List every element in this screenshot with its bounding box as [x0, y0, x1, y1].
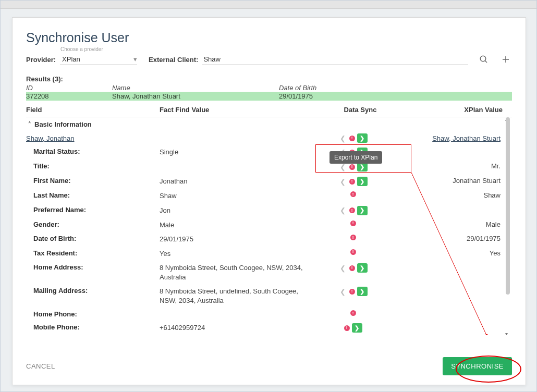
field-row: Marital Status:Single❮!❯: [26, 145, 512, 160]
xplan-value: Yes: [392, 249, 512, 257]
fact-find-value: 8 Nymboida Street, South Coogee, NSW, 20…: [160, 263, 314, 281]
conflict-icon: !: [350, 310, 356, 316]
data-sync-controls: ❮!❯: [314, 263, 392, 273]
field-label: Last Name:: [33, 191, 160, 199]
col-fact-find-value: Fact Find Value: [160, 106, 321, 114]
external-client-input[interactable]: [202, 54, 468, 65]
data-sync-controls: ❮!❯: [314, 177, 392, 186]
field-row: Mailing Address:8 Nymboida Street, undef…: [26, 284, 512, 308]
data-sync-controls: !❯: [314, 323, 392, 333]
fact-find-value: 29/01/1975: [160, 235, 314, 244]
entity-row: Shaw, Jonathan ❮ ! ❯ Shaw, Jonathan Stua…: [26, 131, 512, 145]
data-sync-controls: !: [314, 235, 392, 240]
conflict-icon: !: [349, 179, 355, 185]
col-xplan-value: XPlan Value: [399, 106, 512, 114]
conflict-icon: !: [349, 136, 355, 141]
import-left-icon[interactable]: ❮: [339, 287, 347, 296]
xplan-entity-link[interactable]: Shaw, Jonathan Stuart: [432, 134, 501, 142]
field-row: First Name:Jonathan❮!❯Jonathan Stuart: [26, 174, 512, 189]
col-name: Name: [112, 84, 279, 92]
field-row: Home Address:8 Nymboida Street, South Co…: [26, 261, 512, 284]
field-label: Tax Resident:: [33, 249, 160, 257]
fact-find-value: Single: [160, 148, 314, 157]
add-icon[interactable]: [499, 53, 512, 66]
search-icon[interactable]: [478, 53, 490, 66]
data-sync-controls: !: [314, 249, 392, 255]
data-sync-controls: !: [314, 310, 392, 316]
provider-value: XPlan: [62, 55, 80, 63]
import-left-icon[interactable]: ❮: [339, 264, 347, 272]
export-tooltip: Export to XPlan: [329, 151, 382, 164]
choose-provider-label: Choose a provider: [60, 46, 512, 52]
results-columns: ID Name Date of Birth: [26, 84, 512, 92]
svg-point-0: [480, 56, 486, 62]
export-right-button[interactable]: ❯: [357, 206, 368, 215]
data-sync-controls: !: [314, 191, 392, 197]
scrollbar-track[interactable]: ▴ ▾: [506, 117, 510, 335]
conflict-icon: !: [350, 249, 356, 255]
results-count: Results (3):: [26, 75, 512, 83]
xplan-value: Jonathan Stuart: [392, 177, 512, 185]
provider-select[interactable]: XPlan ▾: [60, 54, 137, 65]
import-left-icon[interactable]: ❮: [339, 134, 347, 142]
col-data-sync: Data Sync: [321, 106, 399, 114]
conflict-icon: !: [349, 164, 355, 170]
conflict-icon: !: [349, 207, 355, 213]
field-label: Mobile Phone:: [33, 323, 160, 331]
cancel-button[interactable]: CANCEL: [26, 362, 55, 370]
data-sync-controls: !: [314, 220, 392, 226]
fact-find-value: Male: [160, 220, 314, 230]
export-right-button[interactable]: ❯: [357, 263, 368, 273]
field-row: Preferred Name:Jon❮!❯: [26, 203, 512, 218]
xplan-value: 29/01/1975: [392, 235, 512, 242]
sync-scroll-area: ▴ ▾ ˄ Basic Information Shaw, Jonathan ❮…: [26, 117, 512, 335]
field-row: Last Name:Shaw!Shaw: [26, 189, 512, 203]
field-row: Mobile Phone:+61402959724!❯: [26, 321, 512, 335]
fact-find-value: Yes: [160, 249, 314, 259]
chevron-up-icon: ˄: [28, 121, 31, 128]
conflict-icon: !: [349, 265, 355, 271]
fact-find-value: 8 Nymboida Street, undefined, South Coog…: [160, 287, 314, 305]
fact-find-entity-link[interactable]: Shaw, Jonathan: [26, 134, 75, 142]
sync-columns-header: Field Fact Find Value Data Sync XPlan Va…: [26, 106, 512, 117]
result-id: 372208: [26, 92, 112, 100]
fact-find-value: Shaw: [160, 191, 314, 201]
col-field: Field: [26, 106, 160, 114]
import-left-icon[interactable]: ❮: [339, 206, 347, 215]
section-basic-information[interactable]: ˄ Basic Information: [26, 117, 512, 131]
field-label: First Name:: [33, 177, 160, 185]
fact-find-value: Jon: [160, 206, 314, 215]
col-id: ID: [26, 84, 112, 92]
external-client-label: External Client:: [149, 56, 198, 64]
fact-find-value: Jonathan: [160, 177, 314, 186]
import-left-icon[interactable]: ❮: [339, 163, 347, 171]
result-name: Shaw, Jonathan Stuart: [112, 92, 279, 100]
result-row-selected[interactable]: 372208 Shaw, Jonathan Stuart 29/01/1975: [26, 92, 512, 101]
dialog-title: Synchronise User: [26, 30, 512, 45]
col-dob: Date of Birth: [279, 84, 512, 92]
export-right-button[interactable]: ❯: [357, 133, 368, 143]
export-right-button[interactable]: ❯: [352, 323, 362, 333]
conflict-icon: !: [350, 235, 356, 240]
data-sync-controls: ❮!❯: [314, 287, 392, 296]
synchronise-button[interactable]: SYNCHRONISE: [443, 357, 512, 375]
sync-user-dialog: Synchronise User Choose a provider Provi…: [12, 17, 526, 385]
field-label: Home Address:: [33, 263, 160, 271]
scroll-down-icon[interactable]: ▾: [505, 331, 510, 335]
section-basic-label: Basic Information: [34, 120, 92, 128]
field-row: Date of Birth:29/01/1975!29/01/1975: [26, 232, 512, 247]
export-right-button[interactable]: ❯: [357, 287, 368, 296]
field-row: Home Phone:!: [26, 308, 512, 321]
conflict-icon: !: [349, 289, 355, 295]
import-left-icon[interactable]: ❮: [339, 177, 347, 186]
conflict-icon: !: [350, 191, 356, 197]
svg-line-1: [485, 60, 487, 63]
export-right-button[interactable]: ❯: [357, 177, 368, 186]
xplan-value: Male: [392, 220, 512, 228]
conflict-icon: !: [350, 220, 356, 226]
scrollbar-thumb[interactable]: [506, 117, 510, 295]
field-label: Mailing Address:: [33, 287, 160, 295]
conflict-icon: !: [344, 325, 350, 331]
field-label: Preferred Name:: [33, 206, 160, 214]
field-label: Gender:: [33, 220, 160, 228]
